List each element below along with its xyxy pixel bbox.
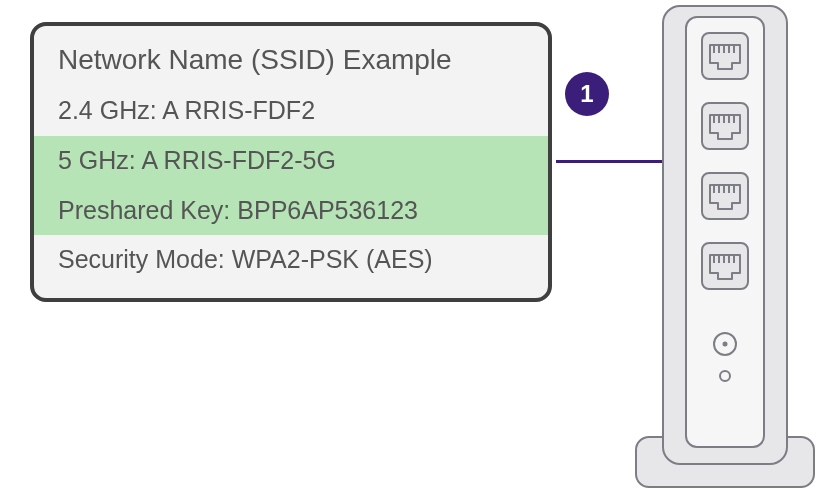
security-mode-label: Security Mode: xyxy=(58,245,225,273)
card-title: Network Name (SSID) Example xyxy=(34,26,548,86)
preshared-key-row: Preshared Key: BPP6AP536123 xyxy=(34,186,548,236)
ssid-label-card: Network Name (SSID) Example 2.4 GHz: A R… xyxy=(30,22,552,302)
router-back-panel xyxy=(685,16,765,448)
ethernet-port-icon xyxy=(701,102,749,150)
ethernet-port-icon xyxy=(701,172,749,220)
ssid-5ghz-value: A RRIS-FDF2-5G xyxy=(141,146,335,174)
ethernet-port-icon xyxy=(701,242,749,290)
ssid-24ghz-row: 2.4 GHz: A RRIS-FDF2 xyxy=(34,86,548,136)
ssid-5ghz-label: 5 GHz: xyxy=(58,146,136,174)
power-button-icon xyxy=(713,332,737,356)
reset-hole-icon xyxy=(719,370,731,382)
security-mode-row: Security Mode: WPA2-PSK (AES) xyxy=(34,235,548,285)
ethernet-port-icon xyxy=(701,32,749,80)
ssid-24ghz-value: A RRIS-FDF2 xyxy=(162,96,315,124)
router-illustration xyxy=(635,0,815,490)
step-number: 1 xyxy=(580,80,593,108)
ssid-24ghz-label: 2.4 GHz: xyxy=(58,96,157,124)
preshared-key-value: BPP6AP536123 xyxy=(237,196,418,224)
preshared-key-label: Preshared Key: xyxy=(58,196,230,224)
ssid-5ghz-row: 5 GHz: A RRIS-FDF2-5G xyxy=(34,136,548,186)
step-badge: 1 xyxy=(565,72,609,116)
security-mode-value: WPA2-PSK (AES) xyxy=(232,245,433,273)
